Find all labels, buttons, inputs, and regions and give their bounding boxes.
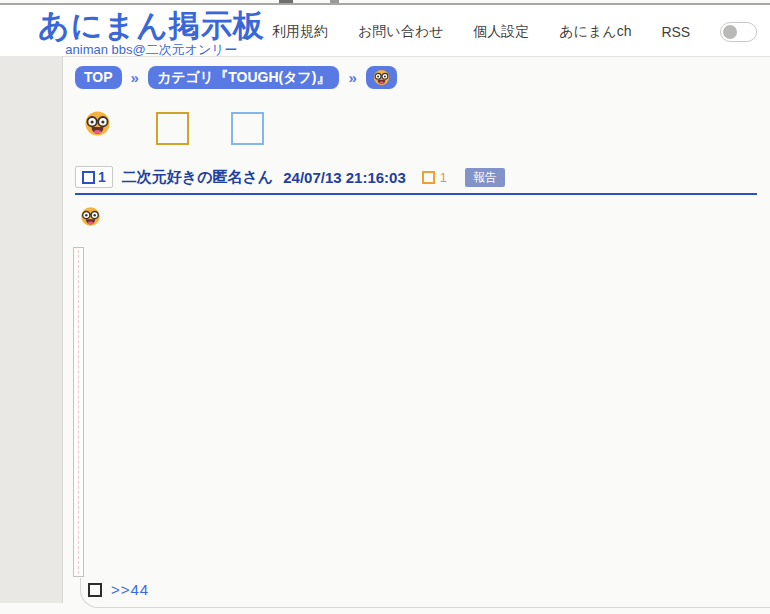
like-count: 1 xyxy=(440,170,447,185)
post-number: 1 xyxy=(98,169,106,185)
nerd-face-emoji xyxy=(80,206,101,227)
post-author: 二次元好きの匿名さん xyxy=(122,168,273,187)
site-subtitle: animan bbs@二次元オンリー xyxy=(38,43,265,56)
nav-terms-link[interactable]: 利用規約 xyxy=(272,23,328,41)
nav-contact-link[interactable]: お問い合わせ xyxy=(358,23,443,41)
breadcrumb-separator: » xyxy=(131,69,139,86)
left-gutter xyxy=(0,56,63,603)
post-body-emoji-wrap xyxy=(80,206,101,227)
post-header: 1 二次元好きの匿名さん 24/07/13 21:16:03 1 報告 xyxy=(75,166,757,195)
breadcrumb-top-link[interactable]: TOP xyxy=(75,66,122,89)
site-header: あにまん掲示板 animan bbs@二次元オンリー 利用規約 お問い合わせ 個… xyxy=(0,5,770,57)
breadcrumb-category-link[interactable]: カテゴリ『TOUGH(タフ)』 xyxy=(148,66,340,89)
toggle-knob-icon xyxy=(723,25,737,39)
site-logo[interactable]: あにまん掲示板 animan bbs@二次元オンリー xyxy=(38,9,265,56)
scrollbar-track-line xyxy=(78,250,79,574)
post-timestamp: 24/07/13 21:16:03 xyxy=(283,169,406,186)
clipped-top-text-fragment xyxy=(330,0,339,3)
breadcrumb: TOP » カテゴリ『TOUGH(タフ)』 » xyxy=(75,66,397,89)
nerd-face-emoji xyxy=(373,69,390,86)
nav-personal-settings-link[interactable]: 個人設定 xyxy=(473,23,529,41)
collapsed-quote-scrollbar[interactable] xyxy=(73,247,84,577)
nav-animanch-link[interactable]: あにまんch xyxy=(559,23,631,41)
like-counter[interactable]: 1 xyxy=(422,170,447,185)
nerd-face-emoji xyxy=(84,110,111,137)
checkbox-square-icon xyxy=(82,171,95,184)
site-title[interactable]: あにまん掲示板 xyxy=(38,9,265,43)
thread-icons-row xyxy=(84,110,264,145)
page-root: あにまん掲示板 animan bbs@二次元オンリー 利用規約 お問い合わせ 個… xyxy=(0,0,770,614)
header-nav: 利用規約 お問い合わせ 個人設定 あにまんch RSS ク xyxy=(272,22,770,42)
image-placeholder-gold[interactable] xyxy=(156,112,189,145)
theme-toggle[interactable] xyxy=(720,22,757,42)
breadcrumb-separator: » xyxy=(348,69,356,86)
like-square-icon xyxy=(422,171,435,184)
post-card-bottom-border xyxy=(80,578,770,608)
breadcrumb-thread-link[interactable] xyxy=(366,66,397,89)
report-button[interactable]: 報告 xyxy=(465,168,505,187)
post-number-box[interactable]: 1 xyxy=(75,166,113,188)
image-placeholder-blue[interactable] xyxy=(231,112,264,145)
clipped-top-text-fragment xyxy=(279,0,293,3)
nav-rss-link[interactable]: RSS xyxy=(661,24,690,40)
